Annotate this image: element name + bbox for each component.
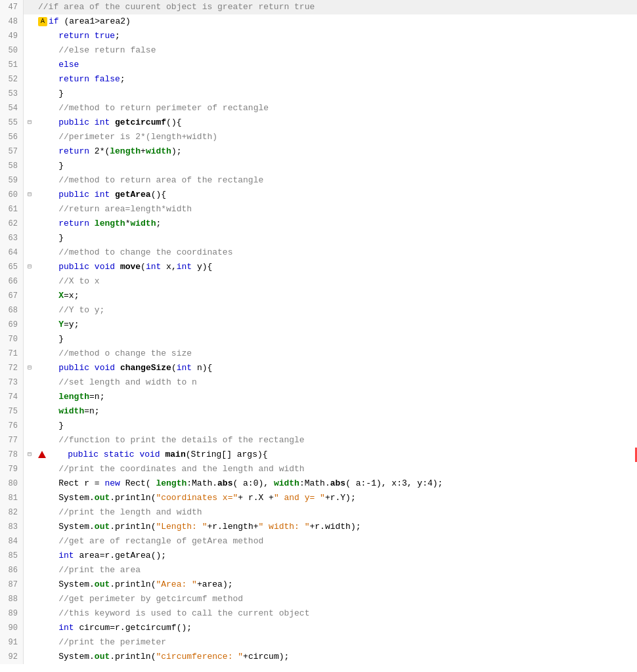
normal-token: x, [161, 262, 176, 272]
code-content: //else return false [35, 43, 637, 58]
normal-token [38, 146, 58, 156]
code-line: 65⊟ public void move(int x,int y){ [0, 260, 637, 274]
normal-token [38, 60, 58, 70]
normal-token: +r.length+ [207, 522, 258, 532]
normal-token: circum=r.getcircumf(); [74, 623, 192, 633]
code-line: 71 //method o change the size [0, 346, 637, 361]
variable-token: width [146, 146, 171, 156]
code-content: //print the coordinates and the length a… [35, 462, 637, 476]
code-line: 59 //method to return area of the rectan… [0, 173, 637, 188]
method-token: changeSize [120, 363, 171, 373]
normal-token: +circum); [243, 652, 289, 662]
line-number: 91 [0, 635, 24, 650]
fold-icon[interactable]: ⊟ [24, 361, 35, 375]
normal-token: :Math. [299, 478, 330, 488]
code-line: 90 int circum=r.getcircumf(); [0, 621, 637, 635]
comment-token: //print the perimeter [38, 637, 166, 647]
variable-token: X [58, 291, 64, 301]
normal-token: Rect r = [38, 478, 104, 488]
normal-token: .println( [110, 579, 156, 589]
normal-token [38, 363, 58, 373]
normal-token [38, 623, 58, 633]
fold-icon[interactable]: ⊟ [24, 116, 35, 130]
fold-icon[interactable]: ⊟ [24, 188, 35, 202]
normal-token [89, 31, 95, 41]
normal-token: +area); [197, 579, 233, 589]
normal-token [38, 190, 58, 200]
code-line: 58 } [0, 159, 637, 173]
normal-token: } [38, 334, 64, 344]
keyword-token: void [95, 262, 115, 272]
code-content: //method to return perimeter of rectangl… [35, 101, 637, 116]
keyword-token: return [58, 219, 89, 228]
keyword-token: if [49, 16, 59, 26]
code-content: length=n; [35, 390, 637, 404]
code-content: //return area=length*width [35, 202, 637, 217]
comment-token: //method to return perimeter of rectangl… [38, 103, 269, 113]
keyword-token: new [104, 478, 120, 488]
line-number: 66 [0, 274, 24, 289]
string-token: "Length: " [156, 522, 207, 532]
normal-token [89, 262, 95, 272]
line-number: 83 [0, 520, 24, 534]
normal-token: (area1>area2) [59, 16, 131, 26]
code-line: 63 } [0, 231, 637, 245]
code-line: 73 //set length and width to n [0, 375, 637, 390]
code-line: 62 return length*width; [0, 217, 637, 231]
keyword-token: static [104, 450, 135, 459]
line-number: 74 [0, 390, 24, 404]
fold-icon[interactable]: ⊟ [24, 448, 35, 462]
normal-token [89, 117, 95, 127]
code-line: 74 length=n; [0, 390, 637, 404]
line-number: 57 [0, 144, 24, 159]
comment-token: //Y to y; [38, 305, 104, 315]
line-number: 59 [0, 173, 24, 188]
keyword-token: true [95, 31, 115, 41]
code-content: //print the area [35, 563, 637, 578]
code-content: //perimeter is 2*(length+width) [35, 130, 637, 144]
code-content: //set length and width to n [35, 375, 637, 390]
code-content: public int getArea(){ [35, 188, 637, 202]
keyword-token: int [177, 363, 192, 373]
comment-token: //get perimeter by getcircumf method [38, 594, 243, 604]
line-number: 56 [0, 130, 24, 144]
line-number: 88 [0, 592, 24, 606]
code-content: //Y to y; [35, 303, 637, 318]
keyword-token: int [58, 551, 74, 560]
keyword-token: void [139, 450, 160, 459]
normal-token: } [38, 421, 64, 430]
string-token: " and y= " [274, 493, 325, 503]
method-token: abs [330, 478, 345, 488]
normal-token [38, 74, 58, 84]
normal-token [38, 406, 58, 416]
line-number: 76 [0, 419, 24, 433]
normal-token: 2*( [89, 146, 110, 156]
normal-token: y){ [192, 262, 212, 272]
line-number: 78 [0, 448, 24, 462]
code-line: 70 } [0, 332, 637, 346]
normal-token: ( [141, 262, 146, 272]
line-number: 82 [0, 505, 24, 520]
normal-token: System. [38, 522, 95, 532]
code-line: 85 int area=r.getArea(); [0, 549, 637, 563]
line-number: 80 [0, 476, 24, 491]
method-token: abs [217, 478, 232, 488]
code-content: public void move(int x,int y){ [35, 260, 637, 274]
normal-token [110, 190, 115, 200]
comment-token: //perimeter is 2*(length+width) [38, 132, 217, 142]
code-line: 51 else [0, 58, 637, 72]
line-number: 49 [0, 29, 24, 43]
keyword-token: int [95, 190, 110, 200]
code-line: 83 System.out.println("Length: "+r.lengt… [0, 520, 637, 534]
code-line: 54 //method to return perimeter of recta… [0, 101, 637, 116]
fold-icon[interactable]: ⊟ [24, 260, 35, 274]
code-content: } [35, 87, 637, 101]
line-number: 47 [0, 0, 24, 14]
normal-token: ); [171, 146, 182, 156]
normal-token: .println( [110, 652, 156, 662]
comment-token: //method to change the coordinates [38, 247, 232, 257]
normal-token [38, 219, 58, 228]
code-content: } [35, 231, 637, 245]
comment-token: //print the coordinates and the length a… [38, 464, 305, 474]
line-number: 87 [0, 578, 24, 592]
